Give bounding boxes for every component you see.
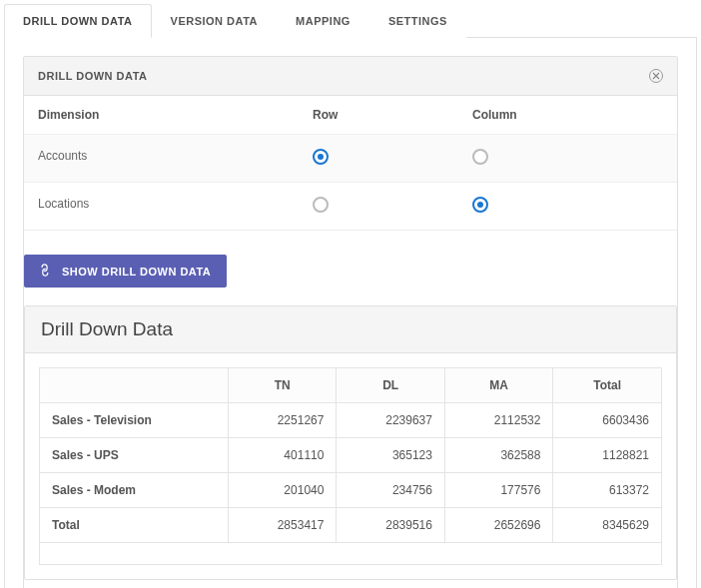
radio-accounts-row[interactable] <box>313 149 329 165</box>
table-col-header: Total <box>553 368 662 403</box>
dimension-header: Dimension <box>38 108 313 122</box>
table-cell: 177576 <box>444 473 553 508</box>
table-cell: 401110 <box>228 438 337 473</box>
dimension-row-locations: Locations <box>24 183 677 231</box>
radio-locations-column[interactable] <box>472 197 488 213</box>
radio-locations-row[interactable] <box>313 197 329 213</box>
tab-content: DRILL DOWN DATA Dimension Row Column Acc… <box>4 38 697 588</box>
table-cell: 6603436 <box>553 403 662 438</box>
dimension-table: Dimension Row Column Accounts Locations <box>24 96 677 231</box>
tab-version-data[interactable]: VERSION DATA <box>152 4 278 38</box>
table-col-header <box>40 368 229 403</box>
column-header: Column <box>472 108 632 122</box>
table-row: Sales - Television 2251267 2239637 21125… <box>40 403 662 438</box>
table-row: Total 2853417 2839516 2652696 8345629 <box>40 508 662 543</box>
table-cell: 201040 <box>228 473 337 508</box>
dimension-header-row: Dimension Row Column <box>24 96 677 135</box>
table-cell: 362588 <box>444 438 553 473</box>
data-panel-title: Drill Down Data <box>25 306 676 353</box>
table-cell: 2652696 <box>444 508 553 543</box>
tab-bar: DRILL DOWN DATA VERSION DATA MAPPING SET… <box>4 4 697 38</box>
panel-header: DRILL DOWN DATA <box>24 57 677 96</box>
table-col-header: MA <box>444 368 553 403</box>
table-col-header: TN <box>228 368 337 403</box>
close-icon[interactable] <box>649 69 663 83</box>
panel-title: DRILL DOWN DATA <box>38 70 148 82</box>
data-panel: Drill Down Data TN DL MA Total <box>24 305 677 580</box>
table-cell: 2239637 <box>337 403 445 438</box>
table-cell: 2839516 <box>337 508 445 543</box>
table-row: Sales - Modem 201040 234756 177576 61337… <box>40 473 662 508</box>
table-cell: 613372 <box>553 473 662 508</box>
row-header: Row <box>313 108 472 122</box>
data-panel-body: TN DL MA Total Sales - Television 225126… <box>25 353 676 579</box>
table-cell: 2251267 <box>228 403 337 438</box>
panel-body: Dimension Row Column Accounts Locations <box>24 96 677 588</box>
tab-mapping[interactable]: MAPPING <box>277 4 369 38</box>
dimension-row-accounts: Accounts <box>24 135 677 183</box>
link-icon <box>36 262 55 281</box>
table-cell: 2853417 <box>228 508 337 543</box>
table-cell: 1128821 <box>553 438 662 473</box>
dimension-label: Accounts <box>38 149 313 168</box>
table-row: Sales - UPS 401110 365123 362588 1128821 <box>40 438 662 473</box>
show-button-label: SHOW DRILL DOWN DATA <box>62 266 211 278</box>
dimension-label: Locations <box>38 197 313 216</box>
tab-settings[interactable]: SETTINGS <box>369 4 466 38</box>
radio-accounts-column[interactable] <box>472 149 488 165</box>
show-drill-down-data-button[interactable]: SHOW DRILL DOWN DATA <box>24 255 227 288</box>
action-bar: SHOW DRILL DOWN DATA <box>24 231 677 305</box>
data-table: TN DL MA Total Sales - Television 225126… <box>39 367 662 543</box>
table-footer-spacer <box>39 543 662 565</box>
app-root: DRILL DOWN DATA VERSION DATA MAPPING SET… <box>0 0 701 588</box>
table-header-row: TN DL MA Total <box>40 368 662 403</box>
table-cell: 365123 <box>337 438 445 473</box>
drill-down-panel: DRILL DOWN DATA Dimension Row Column Acc… <box>23 56 678 588</box>
table-cell: 2112532 <box>444 403 553 438</box>
tab-drill-down-data[interactable]: DRILL DOWN DATA <box>4 4 152 38</box>
table-col-header: DL <box>337 368 445 403</box>
table-cell: 234756 <box>337 473 445 508</box>
table-row-label: Sales - Modem <box>40 473 229 508</box>
table-row-label: Total <box>40 508 229 543</box>
table-cell: 8345629 <box>553 508 662 543</box>
table-row-label: Sales - UPS <box>40 438 229 473</box>
table-row-label: Sales - Television <box>40 403 229 438</box>
